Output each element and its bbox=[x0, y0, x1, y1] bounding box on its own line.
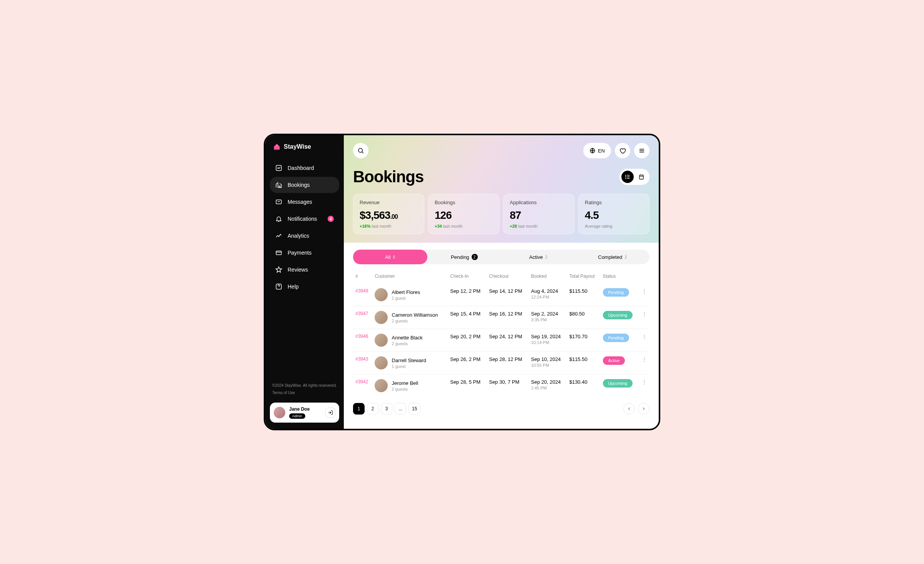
page-button[interactable]: ... bbox=[395, 403, 406, 415]
payout-cell: $115.50 bbox=[567, 352, 601, 374]
column-header: Customer bbox=[372, 270, 448, 284]
title-row: Bookings bbox=[353, 168, 649, 186]
star-icon bbox=[275, 266, 282, 273]
search-button[interactable] bbox=[353, 143, 368, 158]
nav-label: Payments bbox=[288, 250, 311, 256]
nav-help[interactable]: Help bbox=[270, 279, 339, 295]
list-view-button[interactable] bbox=[621, 171, 634, 183]
status-badge: Upcoming bbox=[603, 379, 633, 388]
status-badge: Pending bbox=[603, 288, 629, 297]
page-button[interactable]: 2 bbox=[367, 403, 378, 415]
house-icon bbox=[273, 143, 281, 151]
tab-active[interactable]: Active2 bbox=[501, 250, 576, 264]
row-menu-button[interactable]: ⋮ bbox=[639, 352, 649, 374]
booked-cell: Sep 10, 202410:55 PM bbox=[529, 352, 567, 374]
nav-label: Bookings bbox=[288, 182, 310, 188]
booked-cell: Aug 4, 202412:24 PM bbox=[529, 284, 567, 306]
logout-button[interactable] bbox=[325, 408, 335, 418]
avatar bbox=[375, 356, 388, 369]
stat-label: Ratings bbox=[585, 200, 643, 205]
notification-badge: 4 bbox=[328, 216, 334, 222]
user-card[interactable]: Jane Doe Admin bbox=[270, 403, 339, 423]
column-header: # bbox=[353, 270, 372, 284]
language-button[interactable]: EN bbox=[583, 143, 611, 158]
row-menu-button[interactable]: ⋮ bbox=[639, 329, 649, 352]
payout-cell: $80.50 bbox=[567, 306, 601, 329]
checkout-cell: Sep 28, 12 PM bbox=[487, 352, 529, 374]
row-menu-button[interactable]: ⋮ bbox=[639, 374, 649, 397]
status-cell: Pending bbox=[601, 329, 639, 352]
table-row[interactable]: #3943Darrell Steward1 guestSep 26, 2 PMS… bbox=[353, 352, 649, 374]
nav-label: Reviews bbox=[288, 267, 308, 273]
tab-count: 2 bbox=[545, 255, 547, 259]
page-button[interactable]: 3 bbox=[381, 403, 392, 415]
table-row[interactable]: #3942Jerome Bell2 guestsSep 28, 5 PMSep … bbox=[353, 374, 649, 397]
row-menu-button[interactable]: ⋮ bbox=[639, 284, 649, 306]
customer-cell: Cameron Williamson2 guests bbox=[372, 306, 448, 329]
menu-icon bbox=[638, 147, 645, 154]
pagination: 123...15 bbox=[353, 403, 649, 415]
chevron-left-icon bbox=[627, 406, 631, 411]
nav-notifications[interactable]: Notifications 4 bbox=[270, 211, 339, 227]
app-window: StayWise Dashboard Bookings Messages Not… bbox=[264, 134, 660, 430]
nav-label: Help bbox=[288, 284, 299, 290]
payments-icon bbox=[275, 249, 282, 256]
nav-bookings[interactable]: Bookings bbox=[270, 177, 339, 193]
nav-label: Dashboard bbox=[288, 165, 314, 171]
prev-page-button[interactable] bbox=[623, 403, 635, 415]
nav-payments[interactable]: Payments bbox=[270, 245, 339, 261]
page-button[interactable]: 15 bbox=[408, 403, 420, 415]
menu-button[interactable] bbox=[634, 143, 649, 158]
calendar-view-button[interactable] bbox=[635, 171, 648, 183]
bell-icon bbox=[275, 215, 282, 222]
checkout-cell: Sep 30, 7 PM bbox=[487, 374, 529, 397]
column-header: Checkout bbox=[487, 270, 529, 284]
next-page-button[interactable] bbox=[638, 403, 649, 415]
status-cell: Upcoming bbox=[601, 306, 639, 329]
nav-analytics[interactable]: Analytics bbox=[270, 228, 339, 244]
guest-count: 1 guest bbox=[392, 364, 426, 369]
avatar bbox=[375, 334, 388, 347]
checkin-cell: Sep 26, 2 PM bbox=[448, 352, 487, 374]
status-cell: Active bbox=[601, 352, 639, 374]
bookings-icon bbox=[275, 181, 282, 188]
column-header: Check-In bbox=[448, 270, 487, 284]
tab-completed[interactable]: Completed2 bbox=[576, 250, 650, 264]
dashboard-icon bbox=[275, 164, 282, 171]
logo: StayWise bbox=[270, 143, 339, 160]
language-label: EN bbox=[598, 148, 605, 154]
status-cell: Pending bbox=[601, 284, 639, 306]
list-icon bbox=[624, 174, 631, 180]
terms-link[interactable]: Terms of Use bbox=[272, 390, 337, 396]
nav-reviews[interactable]: Reviews bbox=[270, 262, 339, 278]
booking-id: #3943 bbox=[353, 352, 372, 374]
nav-messages[interactable]: Messages bbox=[270, 194, 339, 210]
tab-pending[interactable]: Pending2 bbox=[427, 250, 502, 264]
user-role: Admin bbox=[289, 413, 305, 419]
table-row[interactable]: #3949Albert Flores1 guestSep 12, 2 PMSep… bbox=[353, 284, 649, 306]
hero: EN Bookings bbox=[344, 135, 659, 243]
nav-dashboard[interactable]: Dashboard bbox=[270, 160, 339, 176]
column-header: Booked bbox=[529, 270, 567, 284]
sidebar: StayWise Dashboard Bookings Messages Not… bbox=[265, 135, 344, 429]
payout-cell: $170.70 bbox=[567, 329, 601, 352]
avatar bbox=[375, 379, 388, 392]
messages-icon bbox=[275, 198, 282, 205]
checkin-cell: Sep 15, 4 PM bbox=[448, 306, 487, 329]
chevron-right-icon bbox=[641, 406, 646, 411]
customer-name: Annette Black bbox=[392, 335, 422, 341]
avatar bbox=[274, 407, 285, 418]
view-toggle bbox=[619, 169, 649, 185]
page-button[interactable]: 1 bbox=[353, 403, 365, 415]
brand-name: StayWise bbox=[284, 143, 311, 150]
table-row[interactable]: #3947Cameron Williamson2 guestsSep 15, 4… bbox=[353, 306, 649, 329]
tab-count: 6 bbox=[393, 255, 395, 259]
favorites-button[interactable] bbox=[615, 143, 630, 158]
tab-all[interactable]: All6 bbox=[353, 250, 427, 264]
row-menu-button[interactable]: ⋮ bbox=[639, 306, 649, 329]
booked-cell: Sep 20, 20241:45 PM bbox=[529, 374, 567, 397]
table-row[interactable]: #3946Annette Black2 guestsSep 20, 2 PMSe… bbox=[353, 329, 649, 352]
customer-name: Jerome Bell bbox=[392, 380, 418, 386]
stat-value: $3,563.00 bbox=[360, 209, 418, 222]
booking-id: #3949 bbox=[353, 284, 372, 306]
